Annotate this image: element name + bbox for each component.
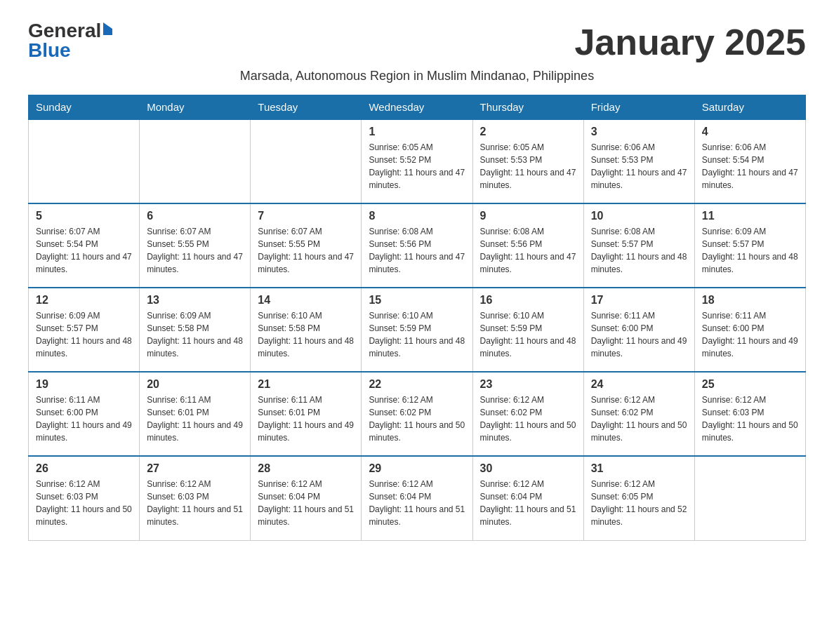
day-info: Sunrise: 6:12 AM Sunset: 6:02 PM Dayligh… [480,394,576,444]
logo-arrow-icon [103,22,112,35]
calendar-cell: 24Sunrise: 6:12 AM Sunset: 6:02 PM Dayli… [583,372,694,456]
day-number: 6 [147,210,243,222]
calendar-cell: 28Sunrise: 6:12 AM Sunset: 6:04 PM Dayli… [251,456,362,540]
calendar-cell: 16Sunrise: 6:10 AM Sunset: 5:59 PM Dayli… [472,288,583,372]
calendar-cell: 6Sunrise: 6:07 AM Sunset: 5:55 PM Daylig… [140,203,251,288]
calendar-cell: 29Sunrise: 6:12 AM Sunset: 6:04 PM Dayli… [362,456,472,540]
logo-general-text: General [28,21,101,41]
logo: General Blue [28,21,112,60]
logo-line1: General [28,21,112,41]
day-info: Sunrise: 6:07 AM Sunset: 5:54 PM Dayligh… [36,225,132,276]
day-number: 4 [702,126,798,138]
calendar-cell: 2Sunrise: 6:05 AM Sunset: 5:53 PM Daylig… [472,119,583,203]
calendar-header: SundayMondayTuesdayWednesdayThursdayFrid… [29,95,806,120]
day-number: 24 [591,378,687,391]
day-info: Sunrise: 6:12 AM Sunset: 6:04 PM Dayligh… [369,478,465,528]
calendar-cell: 10Sunrise: 6:08 AM Sunset: 5:57 PM Dayli… [583,203,694,288]
day-number: 29 [369,462,465,475]
day-info: Sunrise: 6:12 AM Sunset: 6:03 PM Dayligh… [36,478,132,528]
day-number: 9 [480,210,576,222]
day-number: 3 [591,126,687,138]
day-number: 17 [591,294,687,307]
calendar-cell: 25Sunrise: 6:12 AM Sunset: 6:03 PM Dayli… [694,372,805,456]
day-number: 26 [36,462,132,475]
calendar-week-1: 5Sunrise: 6:07 AM Sunset: 5:54 PM Daylig… [29,203,806,288]
day-number: 28 [258,462,354,475]
day-info: Sunrise: 6:11 AM Sunset: 6:01 PM Dayligh… [147,394,243,444]
day-number: 2 [480,126,576,138]
calendar-cell: 23Sunrise: 6:12 AM Sunset: 6:02 PM Dayli… [472,372,583,456]
day-number: 14 [258,294,354,307]
calendar-cell: 26Sunrise: 6:12 AM Sunset: 6:03 PM Dayli… [29,456,140,540]
day-info: Sunrise: 6:07 AM Sunset: 5:55 PM Dayligh… [258,225,354,276]
day-number: 19 [36,378,132,391]
month-title: January 2025 [574,21,806,63]
calendar-body: 1Sunrise: 6:05 AM Sunset: 5:52 PM Daylig… [29,119,806,540]
calendar-cell: 18Sunrise: 6:11 AM Sunset: 6:00 PM Dayli… [694,288,805,372]
day-info: Sunrise: 6:09 AM Sunset: 5:57 PM Dayligh… [702,225,798,276]
day-info: Sunrise: 6:12 AM Sunset: 6:03 PM Dayligh… [147,478,243,528]
calendar-cell: 7Sunrise: 6:07 AM Sunset: 5:55 PM Daylig… [251,203,362,288]
day-number: 30 [480,462,576,475]
subtitle: Marsada, Autonomous Region in Muslim Min… [28,69,806,83]
header-day-saturday: Saturday [694,95,805,120]
day-number: 25 [702,378,798,391]
day-info: Sunrise: 6:09 AM Sunset: 5:58 PM Dayligh… [147,309,243,360]
day-info: Sunrise: 6:05 AM Sunset: 5:53 PM Dayligh… [480,141,576,192]
calendar-cell: 1Sunrise: 6:05 AM Sunset: 5:52 PM Daylig… [362,119,472,203]
day-number: 8 [369,210,465,222]
header-day-wednesday: Wednesday [362,95,472,120]
calendar-cell [694,456,805,540]
day-number: 12 [36,294,132,307]
calendar-cell: 19Sunrise: 6:11 AM Sunset: 6:00 PM Dayli… [29,372,140,456]
calendar-cell: 31Sunrise: 6:12 AM Sunset: 6:05 PM Dayli… [583,456,694,540]
day-info: Sunrise: 6:11 AM Sunset: 6:00 PM Dayligh… [36,394,132,444]
calendar-cell: 4Sunrise: 6:06 AM Sunset: 5:54 PM Daylig… [694,119,805,203]
day-number: 10 [591,210,687,222]
calendar-cell: 12Sunrise: 6:09 AM Sunset: 5:57 PM Dayli… [29,288,140,372]
day-number: 21 [258,378,354,391]
calendar-cell: 17Sunrise: 6:11 AM Sunset: 6:00 PM Dayli… [583,288,694,372]
day-info: Sunrise: 6:12 AM Sunset: 6:02 PM Dayligh… [369,394,465,444]
calendar-cell: 27Sunrise: 6:12 AM Sunset: 6:03 PM Dayli… [140,456,251,540]
day-info: Sunrise: 6:12 AM Sunset: 6:05 PM Dayligh… [591,478,687,528]
day-info: Sunrise: 6:10 AM Sunset: 5:58 PM Dayligh… [258,309,354,360]
day-info: Sunrise: 6:12 AM Sunset: 6:04 PM Dayligh… [480,478,576,528]
logo-line2: Blue [28,41,71,60]
header: General Blue January 2025 [28,21,806,63]
day-number: 20 [147,378,243,391]
calendar-cell: 5Sunrise: 6:07 AM Sunset: 5:54 PM Daylig… [29,203,140,288]
calendar-cell: 9Sunrise: 6:08 AM Sunset: 5:56 PM Daylig… [472,203,583,288]
day-info: Sunrise: 6:12 AM Sunset: 6:02 PM Dayligh… [591,394,687,444]
day-number: 31 [591,462,687,475]
calendar-cell: 8Sunrise: 6:08 AM Sunset: 5:56 PM Daylig… [362,203,472,288]
calendar-cell: 14Sunrise: 6:10 AM Sunset: 5:58 PM Dayli… [251,288,362,372]
calendar-cell [29,119,140,203]
day-number: 15 [369,294,465,307]
day-info: Sunrise: 6:08 AM Sunset: 5:57 PM Dayligh… [591,225,687,276]
calendar-cell: 13Sunrise: 6:09 AM Sunset: 5:58 PM Dayli… [140,288,251,372]
day-number: 27 [147,462,243,475]
calendar-cell: 3Sunrise: 6:06 AM Sunset: 5:53 PM Daylig… [583,119,694,203]
day-number: 7 [258,210,354,222]
calendar-cell: 15Sunrise: 6:10 AM Sunset: 5:59 PM Dayli… [362,288,472,372]
day-number: 18 [702,294,798,307]
day-number: 11 [702,210,798,222]
day-info: Sunrise: 6:11 AM Sunset: 6:01 PM Dayligh… [258,394,354,444]
calendar-cell: 11Sunrise: 6:09 AM Sunset: 5:57 PM Dayli… [694,203,805,288]
day-info: Sunrise: 6:08 AM Sunset: 5:56 PM Dayligh… [369,225,465,276]
day-info: Sunrise: 6:10 AM Sunset: 5:59 PM Dayligh… [480,309,576,360]
header-row: SundayMondayTuesdayWednesdayThursdayFrid… [29,95,806,120]
day-info: Sunrise: 6:06 AM Sunset: 5:54 PM Dayligh… [702,141,798,192]
calendar-cell: 30Sunrise: 6:12 AM Sunset: 6:04 PM Dayli… [472,456,583,540]
day-number: 23 [480,378,576,391]
calendar-week-3: 19Sunrise: 6:11 AM Sunset: 6:00 PM Dayli… [29,372,806,456]
header-day-thursday: Thursday [472,95,583,120]
day-info: Sunrise: 6:12 AM Sunset: 6:04 PM Dayligh… [258,478,354,528]
day-number: 1 [369,126,465,138]
day-info: Sunrise: 6:09 AM Sunset: 5:57 PM Dayligh… [36,309,132,360]
calendar-cell [251,119,362,203]
header-day-tuesday: Tuesday [251,95,362,120]
header-day-friday: Friday [583,95,694,120]
calendar-cell: 20Sunrise: 6:11 AM Sunset: 6:01 PM Dayli… [140,372,251,456]
